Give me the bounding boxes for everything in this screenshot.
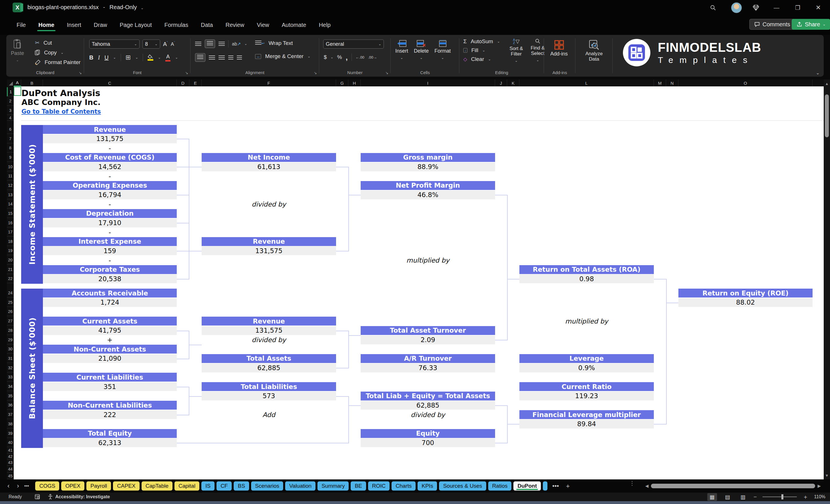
column-header-J[interactable]: J <box>495 80 507 86</box>
readonly-badge[interactable]: Read-Only <box>109 4 137 10</box>
cut-button[interactable]: ✂Cut <box>35 39 81 46</box>
shrink-font-button[interactable]: Aˇ <box>171 41 175 47</box>
scroll-right-icon[interactable]: ▶ <box>818 483 821 489</box>
row-header-9[interactable]: 9 <box>7 153 14 162</box>
tab-overflow-dots-icon[interactable]: ••• <box>552 482 559 490</box>
normal-view-icon[interactable]: ▦ <box>707 493 717 501</box>
horizontal-scroll-thumb[interactable] <box>651 484 816 488</box>
row-header-44[interactable]: 44 <box>7 466 14 473</box>
sheet-tab-captable[interactable]: CapTable <box>141 481 172 491</box>
row-header-42[interactable]: 42 <box>7 454 14 460</box>
zoom-slider[interactable] <box>763 497 797 497</box>
macro-record-icon[interactable] <box>35 494 40 500</box>
accessibility-status[interactable]: Accessibility: Investigate <box>48 494 110 500</box>
wrap-text-button[interactable]: ↩ Wrap Text <box>255 40 293 46</box>
close-button[interactable]: ✕ <box>814 3 823 12</box>
row-header-14[interactable]: 14 <box>7 200 14 209</box>
row-header-19[interactable]: 19 <box>7 246 14 255</box>
paste-button[interactable]: Paste ⌄ <box>11 39 24 63</box>
sheet-tab-ratios[interactable]: Ratios <box>488 481 512 491</box>
increase-decimal-button[interactable]: ←.00 <box>355 55 364 60</box>
sheet-tab-valuation[interactable]: Valuation <box>285 481 316 491</box>
ribbon-tab-insert[interactable]: Insert <box>62 20 86 31</box>
minimize-button[interactable]: — <box>772 3 781 12</box>
column-header-G[interactable]: G <box>336 80 348 86</box>
italic-button[interactable]: I <box>98 54 100 61</box>
row-header-40[interactable]: 40 <box>7 438 14 447</box>
avatar[interactable] <box>731 2 742 13</box>
sheet-list-dots-icon[interactable]: ••• <box>24 483 29 489</box>
decrease-decimal-button[interactable]: .00→ <box>368 55 377 60</box>
ribbon-tab-page-layout[interactable]: Page Layout <box>115 20 157 31</box>
sheet-tab-bs[interactable]: BS <box>234 481 249 491</box>
row-header-4[interactable]: 4 <box>7 115 14 121</box>
ribbon-tab-data[interactable]: Data <box>196 20 218 31</box>
row-header-35[interactable]: 35 <box>7 391 14 401</box>
decrease-indent-button[interactable] <box>228 56 233 60</box>
row-header-31[interactable]: 31 <box>7 354 14 363</box>
number-format-combobox[interactable]: General⌄ <box>323 39 384 49</box>
font-color-button[interactable]: A <box>165 54 170 62</box>
row-header-24[interactable]: 24 <box>7 289 14 297</box>
row-header-17[interactable]: 17 <box>7 228 14 237</box>
currency-format-button[interactable]: $ <box>324 54 327 60</box>
table-of-contents-link[interactable]: Go to Table of Contents <box>22 108 101 115</box>
sheet-tab-opex[interactable]: OPEX <box>61 481 84 491</box>
sheet-tab-cf[interactable]: CF <box>217 481 232 491</box>
row-header-29[interactable]: 29 <box>7 336 14 344</box>
row-header-20[interactable]: 20 <box>7 256 14 264</box>
ribbon-tab-draw[interactable]: Draw <box>89 20 113 31</box>
row-header-25[interactable]: 25 <box>7 298 14 307</box>
share-button[interactable]: Share ⌄ <box>792 19 830 30</box>
sheet-tab-scenarios[interactable]: Scenarios <box>251 481 283 491</box>
horizontal-scrollbar[interactable]: ◀ ▶ <box>645 482 821 490</box>
sort-filter-button[interactable]: AZ▽ Sort & Filter ⌄ <box>508 38 524 63</box>
format-painter-button[interactable]: Format Painter <box>35 59 81 65</box>
vertical-scroll-thumb[interactable] <box>825 94 829 137</box>
merge-center-button[interactable]: ↔ Merge & Center ⌄ <box>255 53 310 60</box>
row-header-11[interactable]: 11 <box>7 171 14 181</box>
currency-chevron-icon[interactable]: ⌄ <box>331 55 333 59</box>
orientation-chevron-icon[interactable]: ⌄ <box>244 42 247 46</box>
addins-button[interactable]: Add-ins <box>550 40 568 57</box>
sheet-tab-dupont[interactable]: DuPont <box>513 481 541 491</box>
font-color-chevron-icon[interactable]: ⌄ <box>175 56 178 60</box>
zoom-out-button[interactable]: − <box>754 494 757 500</box>
row-header-36[interactable]: 36 <box>7 401 14 410</box>
underline-chevron-icon[interactable]: ⌄ <box>113 56 116 60</box>
column-header-D[interactable]: D <box>177 80 189 86</box>
underline-button[interactable]: U <box>104 54 108 61</box>
analyze-data-button[interactable]: Analyze Data <box>582 40 606 62</box>
row-header-34[interactable]: 34 <box>7 382 14 391</box>
collapse-ribbon-chevron-icon[interactable]: ⌄ <box>816 70 820 75</box>
row-header-2[interactable]: 2 <box>7 96 14 106</box>
sheet-grid[interactable]: DuPont Analysis ABC Company Inc. Go to T… <box>14 86 824 479</box>
grow-font-button[interactable]: Aˆ <box>163 41 168 48</box>
row-header-30[interactable]: 30 <box>7 345 14 353</box>
sheet-tab-charts[interactable]: Charts <box>391 481 416 491</box>
row-header-26[interactable]: 26 <box>7 307 14 316</box>
row-header-1[interactable]: 1 <box>7 87 14 96</box>
sheet-tab-be[interactable]: BE <box>351 481 366 491</box>
row-header-21[interactable]: 21 <box>7 265 14 274</box>
row-header-39[interactable]: 39 <box>7 429 14 438</box>
font-size-combobox[interactable]: 8⌄ <box>142 39 160 49</box>
sheet-tab-summary[interactable]: Summary <box>317 481 349 491</box>
premium-diamond-icon[interactable] <box>752 3 760 12</box>
number-dialog-launcher[interactable]: ↘ <box>385 71 388 75</box>
row-header-3[interactable]: 3 <box>7 106 14 115</box>
row-header-41[interactable]: 41 <box>7 447 14 453</box>
prev-sheet-icon[interactable]: ‹ <box>7 482 9 490</box>
tabbar-splitter-handle[interactable]: ⋮ <box>629 482 635 484</box>
row-header-8[interactable]: 8 <box>7 144 14 153</box>
page-break-view-icon[interactable]: ▥ <box>738 493 748 501</box>
sheet-tab-roic[interactable]: ROIC <box>368 481 390 491</box>
comments-button[interactable]: Comments <box>749 19 795 30</box>
next-sheet-icon[interactable]: › <box>17 482 19 490</box>
zoom-slider-thumb[interactable] <box>781 494 784 499</box>
sheet-tab-is[interactable]: IS <box>201 481 215 491</box>
format-cells-button[interactable]: Format ⌄ <box>435 40 451 61</box>
orientation-button[interactable]: ab↗ <box>232 41 241 46</box>
column-header-B[interactable]: B <box>21 80 43 86</box>
align-top-button[interactable] <box>195 42 201 46</box>
